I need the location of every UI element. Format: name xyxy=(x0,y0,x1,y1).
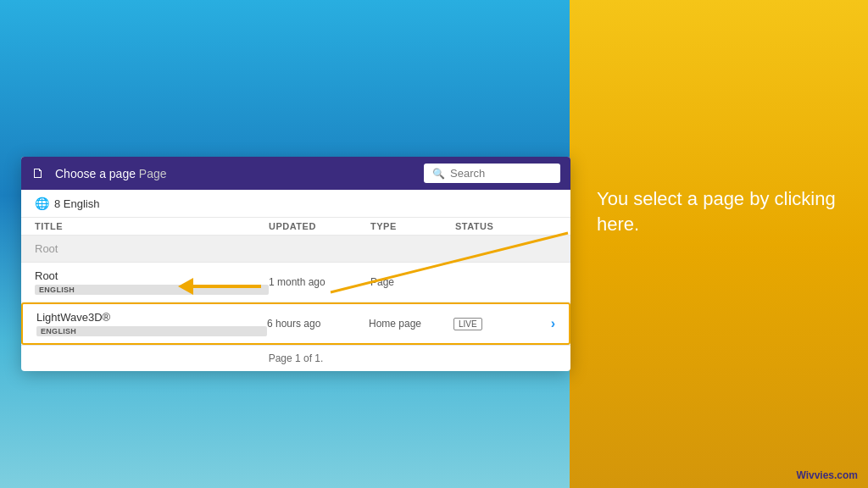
annotation-panel: You select a page by clicking here. xyxy=(597,186,843,236)
row-title-lw: LightWave3D® xyxy=(36,311,267,324)
arrow-line xyxy=(193,285,261,288)
annotation-text: You select a page by clicking here. xyxy=(597,186,843,236)
col-status: Status xyxy=(455,221,531,231)
col-action xyxy=(531,221,557,231)
search-input[interactable] xyxy=(450,167,552,180)
watermark: Wivvies.com xyxy=(796,469,858,481)
language-row[interactable]: 🌐 8 English xyxy=(21,190,570,218)
dialog-title: Choose a page Page xyxy=(55,167,414,180)
globe-icon: 🌐 xyxy=(35,197,49,210)
search-box[interactable]: 🔍 xyxy=(424,164,560,183)
table-row-lightwave[interactable]: LightWave3D® ENGLISH 6 hours ago Home pa… xyxy=(21,302,570,345)
choose-page-dialog: 🗋 Choose a page Page 🔍 🌐 8 English Title… xyxy=(21,157,570,371)
root-placeholder-label: Root xyxy=(35,242,269,255)
row-type-lw: Home page xyxy=(369,318,453,330)
col-updated: Updated xyxy=(269,221,370,231)
row-badge-lw: ENGLISH xyxy=(36,326,267,336)
background-right xyxy=(570,0,868,488)
root-placeholder-row: Root xyxy=(21,236,570,263)
table-row[interactable]: Root ENGLISH 1 month ago Page xyxy=(21,263,570,302)
arrow-pointer xyxy=(178,278,261,295)
page-icon: 🗋 xyxy=(31,166,45,181)
dialog-title-suffix: Page xyxy=(139,167,167,180)
pagination: Page 1 of 1. xyxy=(21,345,570,371)
row-status-lw: LIVE xyxy=(453,318,530,330)
col-type: Type xyxy=(370,221,455,231)
table-header: Title Updated Type Status xyxy=(21,218,570,236)
language-label: 8 English xyxy=(54,197,99,210)
status-live-badge: LIVE xyxy=(453,318,482,330)
chevron-right-icon: › xyxy=(530,316,555,331)
arrow-head xyxy=(178,278,193,295)
row-title-group-lw: LightWave3D® ENGLISH xyxy=(36,311,267,336)
col-title: Title xyxy=(35,221,269,231)
row-updated-lw: 6 hours ago xyxy=(267,318,369,330)
row-updated: 1 month ago xyxy=(269,276,370,288)
search-icon: 🔍 xyxy=(432,168,445,180)
dialog-header: 🗋 Choose a page Page 🔍 xyxy=(21,157,570,190)
row-type: Page xyxy=(370,276,455,288)
